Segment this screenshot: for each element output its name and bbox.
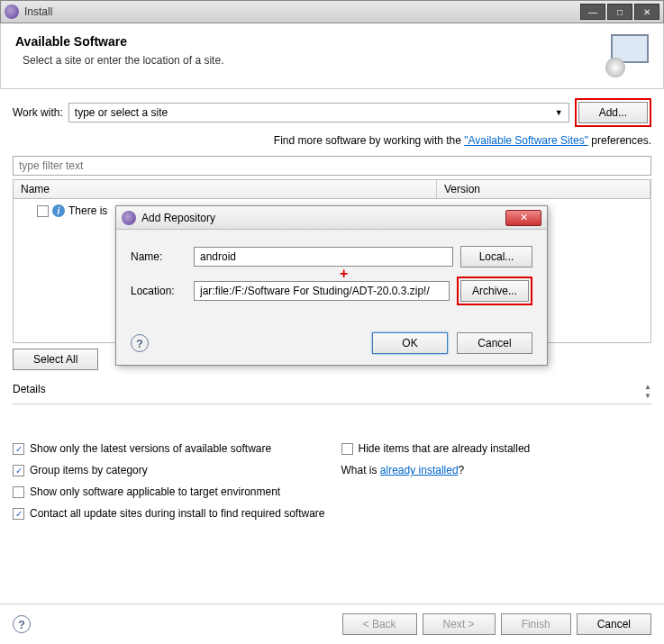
applicable-checkbox[interactable] <box>13 486 24 498</box>
dialog-cancel-button[interactable]: Cancel <box>457 332 532 354</box>
details-label: Details <box>13 383 46 400</box>
chevron-down-icon: ▼ <box>555 108 563 117</box>
dialog-close-button[interactable]: ✕ <box>505 210 541 226</box>
location-input[interactable] <box>194 281 450 301</box>
install-icon <box>605 34 649 77</box>
add-button-highlight: Add... <box>575 98 651 127</box>
workwith-placeholder: type or select a site <box>75 106 168 119</box>
name-input[interactable] <box>194 247 453 267</box>
page-subtitle: Select a site or enter the location of a… <box>23 54 605 67</box>
col-name[interactable]: Name <box>14 180 437 198</box>
table-header: Name Version <box>13 179 651 199</box>
hide-checkbox[interactable] <box>341 443 353 455</box>
local-button[interactable]: Local... <box>460 246 532 268</box>
contact-checkbox[interactable] <box>13 508 24 520</box>
next-button[interactable]: Next > <box>423 613 496 635</box>
applicable-label: Show only software applicable to target … <box>30 485 280 498</box>
name-label: Name: <box>131 250 186 263</box>
maximize-button[interactable]: □ <box>607 4 632 20</box>
eclipse-icon <box>122 211 136 225</box>
latest-checkbox[interactable] <box>13 443 24 455</box>
workwith-combo[interactable]: type or select a site ▼ <box>68 103 569 122</box>
ok-button[interactable]: OK <box>372 332 448 354</box>
archive-button[interactable]: Archive... <box>460 280 529 302</box>
details-body <box>13 404 651 430</box>
contact-label: Contact all update sites during install … <box>30 507 325 520</box>
dialog-title: Add Repository <box>141 212 505 224</box>
window-titlebar: Install — □ ✕ <box>0 0 664 23</box>
window-title: Install <box>24 5 580 18</box>
filter-input[interactable] <box>13 156 651 176</box>
back-button[interactable]: < Back <box>342 613 417 635</box>
add-button[interactable]: Add... <box>578 102 648 123</box>
workwith-label: Work with: <box>13 106 63 119</box>
eclipse-icon <box>5 5 19 19</box>
wizard-header: Available Software Select a site or ente… <box>0 23 664 89</box>
latest-label: Show only the latest versions of availab… <box>30 442 271 455</box>
already-installed-link[interactable]: already installed <box>380 464 459 476</box>
select-all-button[interactable]: Select All <box>13 349 98 370</box>
page-title: Available Software <box>15 34 605 49</box>
finish-button[interactable]: Finish <box>501 613 571 635</box>
help-icon[interactable]: ? <box>13 615 31 633</box>
location-label: Location: <box>131 285 186 297</box>
whatis-label: What is already installed? <box>341 464 465 476</box>
group-label: Group items by category <box>30 464 148 476</box>
hint-text: Find more software by working with the "… <box>13 134 651 147</box>
row-text: There is <box>68 204 107 217</box>
archive-button-highlight: Archive... <box>457 277 532 305</box>
available-sites-link[interactable]: "Available Software Sites" <box>464 134 588 147</box>
info-icon: i <box>52 204 65 217</box>
group-checkbox[interactable] <box>13 465 24 476</box>
window-close-button[interactable]: ✕ <box>634 4 659 20</box>
hide-label: Hide items that are already installed <box>359 442 531 455</box>
row-checkbox[interactable] <box>37 205 49 217</box>
details-expand[interactable]: ▲▼ <box>644 383 651 400</box>
minimize-button[interactable]: — <box>580 4 605 20</box>
wizard-footer: ? < Back Next > Finish Cancel <box>0 603 664 644</box>
add-repository-dialog: Add Repository ✕ Name: Local... + Locati… <box>115 205 548 366</box>
dialog-titlebar: Add Repository ✕ <box>116 206 547 230</box>
col-version[interactable]: Version <box>437 180 650 198</box>
dialog-help-icon[interactable]: ? <box>131 334 149 352</box>
cancel-button[interactable]: Cancel <box>577 613 651 635</box>
